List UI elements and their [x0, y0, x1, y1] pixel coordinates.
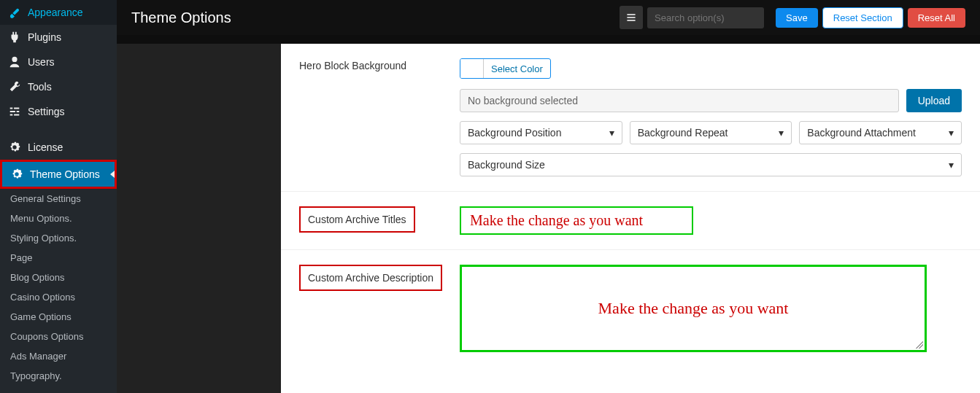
sidebar-sub-typography[interactable]: Typography. — [0, 366, 117, 386]
color-picker[interactable]: Select Color — [460, 58, 551, 79]
search-input[interactable] — [647, 7, 764, 28]
page-title: Theme Options — [131, 9, 620, 26]
color-swatch — [460, 59, 484, 78]
bg-position-select[interactable]: Background Position ▾ — [460, 121, 622, 144]
wrench-icon — [7, 80, 22, 93]
option-custom-archive-titles: Custom Archive Titles Make the change as… — [281, 192, 980, 250]
sidebar-sub-casino-options[interactable]: Casino Options — [0, 287, 117, 307]
sidebar-item-users[interactable]: Users — [0, 50, 117, 74]
sidebar-sub-page[interactable]: Page — [0, 248, 117, 268]
admin-sidebar: Appearance Plugins Users Tools Settings … — [0, 0, 117, 393]
chevron-down-icon: ▾ — [609, 127, 614, 139]
option-label: Hero Block Background — [299, 58, 460, 176]
chevron-down-icon: ▾ — [779, 127, 784, 139]
options-content: Hero Block Background Select Color No ba… — [281, 44, 980, 393]
gear-icon — [9, 168, 24, 181]
sidebar-label: Users — [28, 56, 55, 68]
topbar: Theme Options Save Reset Section Reset A… — [117, 0, 980, 35]
expand-icon[interactable] — [620, 6, 643, 29]
resize-handle-icon[interactable] — [916, 341, 923, 349]
reset-all-button[interactable]: Reset All — [908, 8, 965, 28]
sidebar-sub-ads-manager[interactable]: Ads Manager — [0, 346, 117, 366]
sidebar-item-appearance[interactable]: Appearance — [0, 0, 117, 25]
bg-size-select[interactable]: Background Size ▾ — [460, 153, 962, 176]
sidebar-item-settings[interactable]: Settings — [0, 99, 117, 124]
bg-attachment-select[interactable]: Background Attachment ▾ — [799, 121, 962, 144]
option-custom-archive-description: Custom Archive Description Make the chan… — [281, 250, 980, 367]
user-icon — [7, 55, 22, 69]
sidebar-label: Tools — [28, 81, 52, 93]
reset-section-button[interactable]: Reset Section — [822, 7, 903, 28]
select-color-text: Select Color — [484, 61, 550, 77]
option-label-highlighted: Custom Archive Titles — [299, 206, 415, 233]
option-label-highlighted: Custom Archive Description — [299, 265, 442, 291]
background-path-display: No background selected — [460, 89, 899, 112]
sidebar-label: Theme Options — [30, 168, 100, 180]
sidebar-sub-general-settings[interactable]: General Settings — [0, 189, 117, 209]
sidebar-sub-coupons-options[interactable]: Coupons Options — [0, 327, 117, 346]
sidebar-label: Plugins — [28, 31, 61, 43]
plug-icon — [7, 31, 22, 44]
sidebar-item-license[interactable]: License — [0, 135, 117, 160]
sidebar-item-theme-options[interactable]: Theme Options — [0, 160, 117, 189]
sidebar-label: Settings — [28, 106, 65, 117]
brush-icon — [7, 6, 22, 19]
options-inner-sidebar — [117, 44, 281, 393]
bg-repeat-select[interactable]: Background Repeat ▾ — [630, 121, 792, 144]
sidebar-label: Appearance — [28, 7, 83, 18]
archive-titles-input[interactable]: Make the change as you want — [460, 206, 693, 235]
sidebar-label: License — [28, 141, 63, 153]
archive-description-textarea[interactable]: Make the change as you want — [460, 265, 927, 352]
sliders-icon — [7, 105, 22, 118]
sidebar-sub-styling-options[interactable]: Styling Options. — [0, 228, 117, 248]
sidebar-item-tools[interactable]: Tools — [0, 74, 117, 99]
sidebar-sub-menu-options[interactable]: Menu Options. — [0, 209, 117, 228]
sidebar-item-plugins[interactable]: Plugins — [0, 25, 117, 50]
sidebar-sub-blog-options[interactable]: Blog Options — [0, 268, 117, 287]
upload-button[interactable]: Upload — [906, 89, 962, 112]
sidebar-sub-game-options[interactable]: Game Options — [0, 307, 117, 327]
sub-header-strip — [117, 35, 980, 44]
chevron-down-icon: ▾ — [949, 127, 954, 139]
option-hero-block-background: Hero Block Background Select Color No ba… — [281, 44, 980, 192]
save-button[interactable]: Save — [776, 8, 818, 28]
chevron-down-icon: ▾ — [949, 159, 954, 171]
gear-icon — [7, 141, 22, 154]
